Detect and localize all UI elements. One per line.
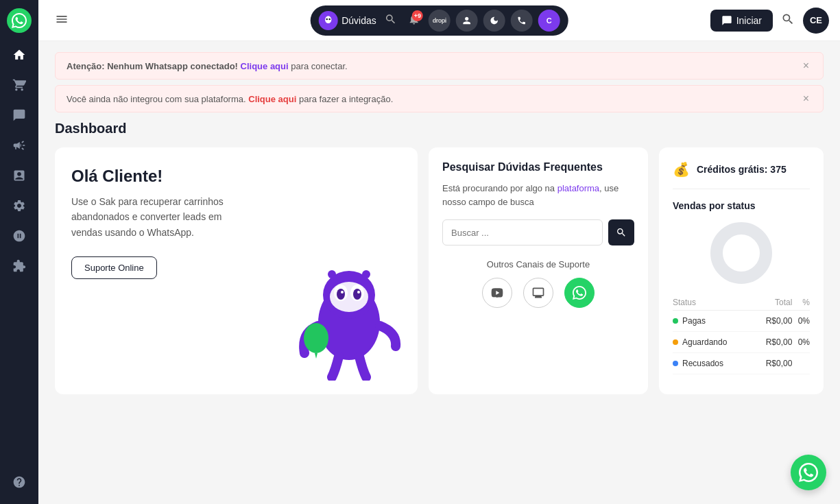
nav-dropi-icon[interactable]: dropi bbox=[429, 10, 451, 32]
topbar-right: Iniciar CE bbox=[710, 8, 829, 34]
nav-brand-label: Dúvidas bbox=[341, 15, 376, 26]
faq-search-container bbox=[442, 219, 634, 245]
faq-search-input[interactable] bbox=[442, 219, 603, 245]
canal-screen-icon[interactable] bbox=[523, 278, 553, 308]
table-row: Recusados R$0,00 bbox=[673, 353, 810, 374]
whatsapp-alert: Atenção: Nenhum Whatsapp conectado! Cliq… bbox=[55, 52, 824, 80]
faq-subtitle: Está procurando por algo na plataforma, … bbox=[442, 182, 634, 208]
whatsapp-alert-text: Atenção: Nenhum Whatsapp conectado! Cliq… bbox=[67, 61, 800, 71]
topbar-user-avatar[interactable]: CE bbox=[803, 8, 829, 34]
sidebar-item-campaigns[interactable] bbox=[5, 132, 33, 159]
nav-search-button[interactable] bbox=[382, 10, 400, 31]
canal-whatsapp-icon[interactable] bbox=[564, 278, 595, 308]
table-row: Pagas R$0,00 0% bbox=[673, 311, 810, 332]
vendas-table: Status Total % Pagas R$0,00 0% Aguardand… bbox=[673, 295, 810, 374]
nav-notification-bell[interactable]: +9 bbox=[405, 10, 423, 31]
svg-point-2 bbox=[328, 18, 331, 20]
nav-user-icon[interactable] bbox=[456, 10, 478, 32]
suporte-online-button[interactable]: Suporte Online bbox=[71, 256, 157, 279]
welcome-title: Olá Cliente! bbox=[71, 167, 401, 186]
faq-card: Pesquisar Dúvidas Frequentes Está procur… bbox=[429, 147, 648, 394]
canal-youtube-icon[interactable] bbox=[482, 278, 512, 308]
pie-chart-container bbox=[673, 222, 810, 284]
outros-canais-label: Outros Canais de Suporte bbox=[442, 259, 634, 269]
topbar: Dúvidas +9 dropi C bbox=[38, 0, 840, 41]
svg-point-12 bbox=[337, 289, 345, 300]
svg-point-13 bbox=[353, 289, 361, 300]
nav-brand-icon bbox=[318, 11, 337, 30]
canal-icons-container bbox=[442, 278, 634, 308]
sidebar-item-cart[interactable] bbox=[5, 71, 33, 99]
table-row: Aguardando R$0,00 0% bbox=[673, 332, 810, 353]
sidebar-item-settings[interactable] bbox=[5, 192, 33, 219]
vendas-title: Vendas por status bbox=[673, 200, 810, 211]
whatsapp-alert-close[interactable]: × bbox=[800, 60, 812, 72]
sidebar-item-reports[interactable] bbox=[5, 162, 33, 189]
sidebar-logo[interactable] bbox=[7, 8, 32, 33]
svg-point-1 bbox=[326, 18, 328, 20]
sidebar-item-integrations[interactable] bbox=[5, 252, 33, 280]
integration-alert-close[interactable]: × bbox=[800, 93, 812, 105]
col-percent: % bbox=[792, 295, 810, 311]
welcome-description: Use o Sak para recuperar carrinhos aband… bbox=[71, 194, 236, 240]
svg-marker-18 bbox=[315, 353, 317, 359]
credits-row: 💰 Créditos grátis: 375 bbox=[673, 161, 810, 189]
sidebar-item-help[interactable] bbox=[5, 468, 33, 496]
welcome-card: Olá Cliente! Use o Sak para recuperar ca… bbox=[55, 147, 418, 394]
svg-point-15 bbox=[357, 291, 360, 293]
nav-brand[interactable]: Dúvidas bbox=[318, 11, 376, 30]
svg-point-0 bbox=[325, 16, 331, 23]
nav-moon-icon[interactable] bbox=[483, 10, 505, 32]
integration-alert-text: Você ainda não integrou com sua platafor… bbox=[67, 94, 800, 104]
faq-title: Pesquisar Dúvidas Frequentes bbox=[442, 161, 634, 173]
stats-card: 💰 Créditos grátis: 375 Vendas por status… bbox=[659, 147, 824, 394]
sidebar-item-home[interactable] bbox=[5, 41, 33, 69]
col-total: Total bbox=[753, 295, 792, 311]
col-status: Status bbox=[673, 295, 753, 311]
faq-platform-link[interactable]: plataforma bbox=[557, 183, 599, 193]
main-content: Dúvidas +9 dropi C bbox=[38, 0, 840, 504]
svg-point-19 bbox=[717, 228, 766, 278]
svg-point-14 bbox=[341, 291, 344, 293]
integration-alert: Você ainda não integrou com sua platafor… bbox=[55, 85, 824, 112]
nav-avatar-c[interactable]: C bbox=[538, 10, 560, 32]
mascot-illustration bbox=[294, 257, 404, 381]
dashboard-title: Dashboard bbox=[55, 121, 824, 136]
sidebar-item-chat[interactable] bbox=[5, 101, 33, 129]
iniciar-button[interactable]: Iniciar bbox=[710, 10, 773, 32]
dashboard-grid: Olá Cliente! Use o Sak para recuperar ca… bbox=[55, 147, 824, 394]
faq-search-button[interactable] bbox=[608, 219, 634, 245]
integration-link[interactable]: Clique aqui bbox=[248, 94, 296, 104]
sidebar bbox=[0, 0, 38, 504]
content-area: Atenção: Nenhum Whatsapp conectado! Cliq… bbox=[38, 41, 840, 504]
sidebar-item-automation[interactable] bbox=[5, 222, 33, 250]
credits-icon: 💰 bbox=[673, 161, 690, 178]
pie-chart bbox=[710, 222, 772, 284]
nav-phone-icon[interactable] bbox=[511, 10, 533, 32]
float-whatsapp-button[interactable] bbox=[791, 455, 826, 490]
topbar-search-button[interactable] bbox=[781, 12, 795, 29]
whatsapp-connect-link[interactable]: Clique aqui bbox=[241, 61, 289, 71]
credits-text: Créditos grátis: 375 bbox=[697, 164, 787, 175]
menu-button[interactable] bbox=[49, 7, 74, 34]
nav-bell-badge: +9 bbox=[412, 10, 423, 21]
svg-point-17 bbox=[304, 323, 328, 353]
center-nav: Dúvidas +9 dropi C bbox=[310, 5, 568, 36]
